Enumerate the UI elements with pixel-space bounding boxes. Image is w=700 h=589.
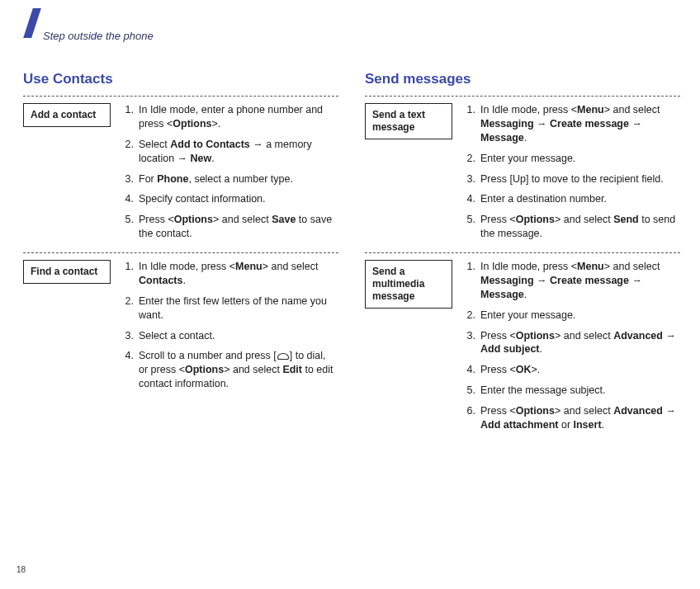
step-text: Enter the first few letters of the name … — [139, 294, 337, 323]
step-text: Scroll to a number and press [] to dial,… — [139, 349, 337, 391]
step-number: 3. — [122, 329, 139, 343]
steps-find-a-contact: 1.In Idle mode, press <Menu> and select … — [122, 260, 337, 398]
step-item: 5.Press <Options> and select Save to sav… — [122, 213, 337, 241]
breadcrumb: Step outside the phone — [43, 30, 154, 42]
step-number: 6. — [464, 404, 480, 432]
step-number: 4. — [464, 363, 480, 377]
page-number: 18 — [17, 565, 26, 574]
step-text: Press <Options> and select Advanced → Ad… — [480, 404, 679, 432]
step-item: 2.Select Add to Contacts → a memory loca… — [122, 138, 337, 166]
step-text: In Idle mode, press <Menu> and select Me… — [480, 103, 679, 145]
step-text: Press [Up] to move to the recipient fiel… — [480, 172, 679, 186]
step-number: 4. — [122, 349, 139, 391]
steps-send-multimedia-message: 1.In Idle mode, press <Menu> and select … — [464, 260, 679, 439]
step-number: 3. — [464, 172, 480, 186]
step-number: 1. — [122, 260, 139, 288]
step-item: 1.In Idle mode, press <Menu> and select … — [464, 103, 679, 145]
step-text: Press <Options> and select Send to send … — [480, 213, 679, 241]
step-text: Enter your message. — [480, 309, 679, 323]
step-item: 4.Enter a destination number. — [464, 192, 679, 206]
step-number: 1. — [464, 103, 480, 145]
header-accent-mark — [23, 8, 41, 38]
step-number: 3. — [464, 329, 480, 357]
block-send-text-message: Send a text message 1.In Idle mode, pres… — [365, 103, 680, 247]
step-text: Enter a destination number. — [480, 192, 679, 206]
step-number: 4. — [464, 192, 480, 206]
step-text: For Phone, select a number type. — [139, 172, 337, 186]
step-text: Press <Options> and select Advanced → Ad… — [480, 329, 679, 357]
step-item: 3.Press [Up] to move to the recipient fi… — [464, 172, 679, 186]
step-text: Select a contact. — [139, 329, 337, 343]
step-item: 2.Enter the first few letters of the nam… — [122, 294, 337, 323]
label-find-a-contact: Find a contact — [23, 260, 111, 284]
block-send-multimedia-message: Send a multimedia message 1.In Idle mode… — [365, 260, 680, 439]
block-add-a-contact: Add a contact 1.In Idle mode, enter a ph… — [23, 103, 338, 247]
step-text: Enter the message subject. — [480, 384, 679, 398]
manual-page: Step outside the phone Use Contacts Add … — [0, 0, 700, 589]
content-columns: Use Contacts Add a contact 1.In Idle mod… — [23, 71, 680, 442]
step-number: 2. — [122, 294, 139, 323]
step-item: 3.Press <Options> and select Advanced → … — [464, 329, 679, 357]
step-item: 3.Select a contact. — [122, 329, 337, 343]
label-send-text-message: Send a text message — [365, 103, 452, 139]
step-number: 5. — [464, 384, 480, 398]
divider — [23, 252, 338, 253]
step-text: Enter your message. — [480, 152, 679, 166]
step-item: 2.Enter your message. — [464, 152, 679, 166]
step-item: 4.Specify contact information. — [122, 192, 337, 206]
divider — [365, 96, 680, 97]
step-text: In Idle mode, press <Menu> and select Me… — [480, 260, 679, 302]
step-item: 1.In Idle mode, press <Menu> and select … — [122, 260, 337, 288]
step-item: 2.Enter your message. — [464, 309, 679, 323]
step-text: Specify contact information. — [139, 192, 337, 206]
section-heading-send-messages: Send messages — [365, 71, 680, 87]
block-find-a-contact: Find a contact 1.In Idle mode, press <Me… — [23, 260, 338, 398]
step-number: 2. — [122, 138, 139, 166]
label-add-a-contact: Add a contact — [23, 103, 111, 127]
steps-add-a-contact: 1.In Idle mode, enter a phone number and… — [122, 103, 337, 247]
step-item: 1.In Idle mode, press <Menu> and select … — [464, 260, 679, 302]
step-item: 4.Press <OK>. — [464, 363, 679, 377]
right-column: Send messages Send a text message 1.In I… — [365, 71, 680, 442]
step-number: 3. — [122, 172, 139, 186]
step-item: 3.For Phone, select a number type. — [122, 172, 337, 186]
step-item: 6.Press <Options> and select Advanced → … — [464, 404, 679, 432]
steps-send-text-message: 1.In Idle mode, press <Menu> and select … — [464, 103, 679, 247]
label-send-multimedia-message: Send a multimedia message — [365, 260, 452, 309]
section-heading-use-contacts: Use Contacts — [23, 71, 338, 87]
divider — [365, 252, 680, 253]
step-number: 5. — [122, 213, 139, 241]
step-text: Select Add to Contacts → a memory locati… — [139, 138, 337, 166]
step-item: 1.In Idle mode, enter a phone number and… — [122, 103, 337, 131]
step-text: Press <OK>. — [480, 363, 679, 377]
step-item: 5.Press <Options> and select Send to sen… — [464, 213, 679, 241]
step-number: 4. — [122, 192, 139, 206]
step-number: 2. — [464, 309, 480, 323]
call-icon — [277, 353, 289, 360]
step-text: Press <Options> and select Save to save … — [139, 213, 337, 241]
step-number: 2. — [464, 152, 480, 166]
step-number: 1. — [464, 260, 480, 302]
step-number: 1. — [122, 103, 139, 131]
left-column: Use Contacts Add a contact 1.In Idle mod… — [23, 71, 338, 442]
divider — [23, 96, 338, 97]
step-item: 5.Enter the message subject. — [464, 384, 679, 398]
step-number: 5. — [464, 213, 480, 241]
step-text: In Idle mode, press <Menu> and select Co… — [139, 260, 337, 288]
step-item: 4.Scroll to a number and press [] to dia… — [122, 349, 337, 391]
step-text: In Idle mode, enter a phone number and p… — [139, 103, 337, 131]
